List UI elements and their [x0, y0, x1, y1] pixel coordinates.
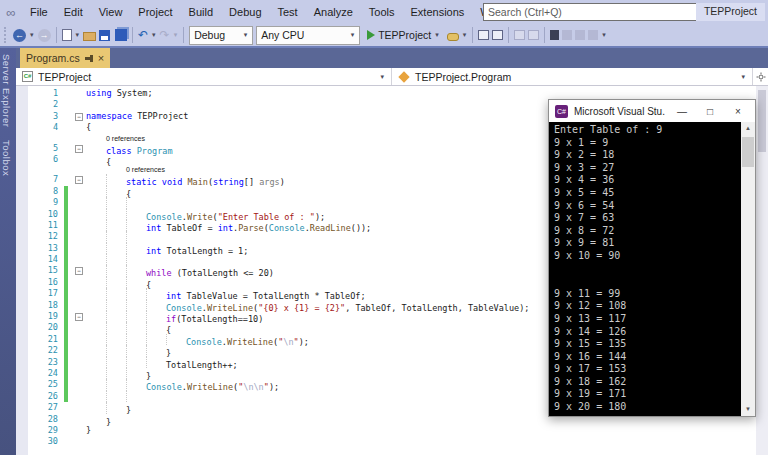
menu-project[interactable]: Project — [130, 2, 180, 22]
console-output[interactable]: Enter Table of : 99 x 1 = 99 x 2 = 189 x… — [549, 122, 755, 416]
menu-tools[interactable]: Tools — [361, 2, 403, 22]
redo-button[interactable]: ↷ — [160, 29, 170, 41]
change-bar-column — [64, 379, 72, 390]
save-button[interactable] — [99, 30, 110, 41]
menu-build[interactable]: Build — [181, 2, 221, 22]
outline-margin — [72, 391, 86, 402]
console-app-icon: C# — [555, 105, 568, 118]
console-line — [554, 263, 739, 276]
code-text — [86, 436, 768, 447]
editor-vertical-scrollbar[interactable] — [756, 86, 768, 455]
codelens-references[interactable]: 0 references — [106, 135, 145, 142]
navbar-settings-button[interactable] — [752, 68, 768, 85]
indent-guide — [126, 334, 146, 345]
step-over-button[interactable] — [478, 30, 489, 40]
scrollbar-thumb[interactable] — [758, 90, 766, 152]
close-icon[interactable]: × — [727, 106, 749, 117]
uncomment-button[interactable] — [528, 30, 539, 40]
minimize-icon[interactable]: — — [671, 106, 693, 117]
new-file-dropdown-icon[interactable]: ▾ — [75, 31, 81, 39]
navigate-forward-button[interactable]: → — [38, 29, 51, 42]
toolbar-separator — [132, 27, 133, 43]
indent-guide — [106, 345, 126, 356]
change-bar — [64, 209, 68, 220]
scrollbar-thumb[interactable] — [742, 137, 754, 167]
tab-program-cs[interactable]: Program.cs × — [20, 48, 110, 68]
bookmark-icon[interactable] — [550, 30, 559, 40]
scroll-up-icon[interactable]: ▲ — [741, 122, 755, 135]
line-number: 2 — [28, 99, 64, 110]
outline-margin — [72, 254, 86, 265]
line-number: 25 — [28, 379, 64, 390]
console-title-bar[interactable]: C# Microsoft Visual Stu... — □ × — [549, 100, 755, 122]
console-scrollbar[interactable]: ▲ ▼ — [741, 122, 755, 416]
console-line: Enter Table of : 9 — [554, 124, 739, 137]
solution-platform-dropdown[interactable]: Any CPU ▾ — [256, 26, 360, 45]
toolbar-overflow-icon[interactable]: ▾ — [601, 31, 607, 39]
scroll-down-icon[interactable]: ▼ — [741, 403, 755, 416]
fold-collapse-icon[interactable]: − — [75, 113, 83, 121]
type-dropdown[interactable]: TEPProject.Program ▾ — [392, 68, 752, 85]
undo-button[interactable]: ↶ — [138, 29, 148, 41]
change-bar — [64, 345, 68, 356]
toolbar-separator — [508, 27, 509, 43]
toolbar-grip[interactable] — [4, 27, 8, 43]
previous-bookmark-button[interactable] — [562, 30, 572, 40]
indent-guide — [86, 174, 106, 185]
outline-margin: − — [72, 143, 86, 154]
project-name: TEPProject — [38, 71, 91, 83]
menu-analyze[interactable]: Analyze — [306, 2, 361, 22]
debug-console-window[interactable]: C# Microsoft Visual Stu... — □ × Enter T… — [548, 99, 756, 417]
navigate-back-dropdown-icon[interactable]: ▾ — [29, 31, 35, 39]
open-file-button[interactable] — [83, 32, 96, 41]
line-number: 15 — [28, 265, 64, 276]
search-input[interactable]: Search (Ctrl+Q) — [483, 3, 721, 21]
start-debugging-button[interactable]: TEPProject ▾ — [363, 26, 444, 45]
redo-dropdown-icon[interactable]: ▾ — [173, 31, 179, 39]
solution-configuration-dropdown[interactable]: Debug ▾ — [189, 26, 253, 45]
console-line: 9 x 8 = 72 — [554, 225, 739, 238]
fold-collapse-icon[interactable]: − — [75, 267, 83, 275]
codelens-references[interactable]: 0 references — [126, 166, 165, 173]
gear-icon — [756, 72, 766, 82]
indent-guide — [106, 186, 126, 197]
indent-guide — [126, 379, 146, 390]
line-number: 30 — [28, 436, 64, 447]
new-file-button[interactable] — [62, 29, 72, 41]
outline-margin — [72, 436, 86, 447]
side-tab-server-explorer[interactable]: Server Explorer — [0, 48, 13, 134]
change-bar-column — [64, 322, 72, 333]
line-number: 16 — [28, 277, 64, 288]
attach-to-process-button[interactable] — [447, 33, 459, 41]
side-tab-toolbox[interactable]: Toolbox — [0, 134, 13, 182]
maximize-icon[interactable]: □ — [699, 106, 721, 117]
toolbar-overflow-icon[interactable]: ▾ — [462, 31, 468, 39]
indent-guide — [86, 277, 106, 288]
navigate-back-button[interactable]: ← — [13, 29, 26, 42]
menu-debug[interactable]: Debug — [221, 2, 269, 22]
comment-button[interactable] — [514, 30, 525, 40]
clear-bookmarks-button[interactable] — [588, 30, 598, 40]
menu-edit[interactable]: Edit — [56, 2, 91, 22]
indent-guide — [126, 300, 146, 311]
menu-extensions[interactable]: Extensions — [403, 2, 473, 22]
menu-file[interactable]: File — [22, 2, 56, 22]
close-tab-icon[interactable]: × — [98, 53, 104, 63]
menu-view[interactable]: View — [91, 2, 131, 22]
undo-dropdown-icon[interactable]: ▾ — [151, 31, 157, 39]
change-bar-column — [64, 243, 72, 254]
console-line: 9 x 19 = 171 — [554, 388, 739, 401]
console-line: 9 x 13 = 117 — [554, 313, 739, 326]
fold-collapse-icon[interactable]: − — [75, 145, 83, 153]
next-bookmark-button[interactable] — [575, 30, 585, 40]
step-into-button[interactable] — [492, 30, 503, 40]
pin-tab-icon[interactable] — [85, 54, 93, 62]
indent-guide — [146, 345, 166, 356]
account-project-badge[interactable]: TEPProject — [696, 3, 765, 21]
change-bar — [64, 231, 68, 242]
fold-collapse-icon[interactable]: − — [75, 313, 83, 321]
fold-collapse-icon[interactable]: − — [75, 176, 83, 184]
menu-test[interactable]: Test — [270, 2, 306, 22]
save-all-button[interactable] — [115, 29, 127, 41]
project-dropdown[interactable]: C# TEPProject ▾ — [16, 68, 392, 85]
